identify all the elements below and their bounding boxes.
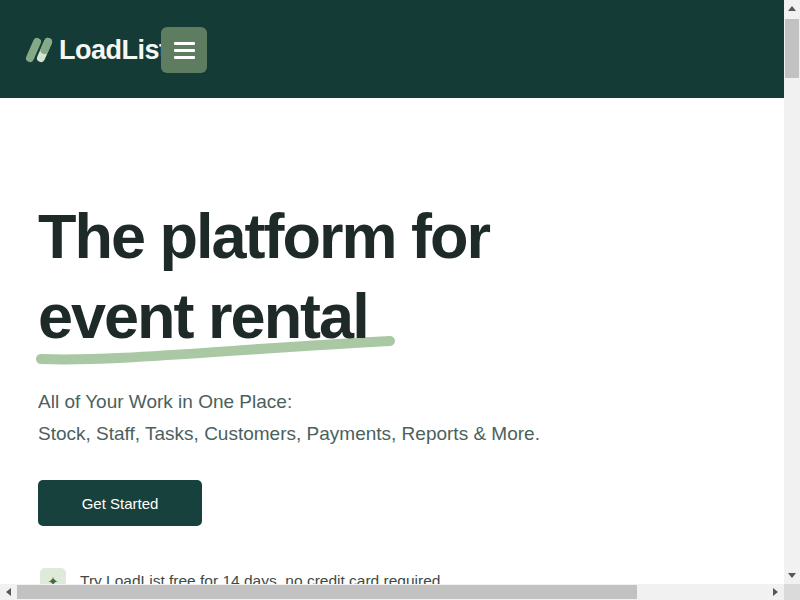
scrollbar-corner — [784, 584, 800, 600]
scroll-right-button[interactable] — [767, 584, 783, 600]
brand-name: LoadList — [59, 35, 168, 66]
hero-subtitle: All of Your Work in One Place: Stock, St… — [38, 386, 638, 450]
hamburger-icon — [174, 42, 195, 45]
hamburger-menu-button[interactable] — [161, 27, 207, 73]
scroll-left-button[interactable] — [0, 584, 16, 600]
horizontal-scrollbar-thumb[interactable] — [17, 585, 637, 599]
vertical-scrollbar[interactable] — [784, 0, 800, 584]
page-title-line1: The platform for — [38, 201, 489, 271]
get-started-button[interactable]: Get Started — [38, 480, 202, 526]
hero-subtitle-line2: Stock, Staff, Tasks, Customers, Payments… — [38, 418, 638, 450]
site-header: LoadList .io — [0, 0, 784, 98]
arrow-down-icon — [788, 573, 796, 578]
browser-viewport: LoadList .io The platform for event rent… — [0, 0, 800, 600]
hero-subtitle-line1: All of Your Work in One Place: — [38, 386, 638, 418]
vertical-scrollbar-thumb[interactable] — [785, 19, 799, 78]
arrow-right-icon — [773, 588, 778, 596]
scroll-up-button[interactable] — [784, 0, 800, 16]
page-title-line2: event rental — [38, 281, 368, 351]
arrow-left-icon — [6, 588, 11, 596]
scroll-down-button[interactable] — [784, 567, 800, 583]
horizontal-scrollbar[interactable] — [0, 584, 784, 600]
arrow-up-icon — [788, 6, 796, 11]
loadlist-logo-icon — [22, 34, 59, 66]
page-title: The platform for event rental — [38, 196, 678, 356]
